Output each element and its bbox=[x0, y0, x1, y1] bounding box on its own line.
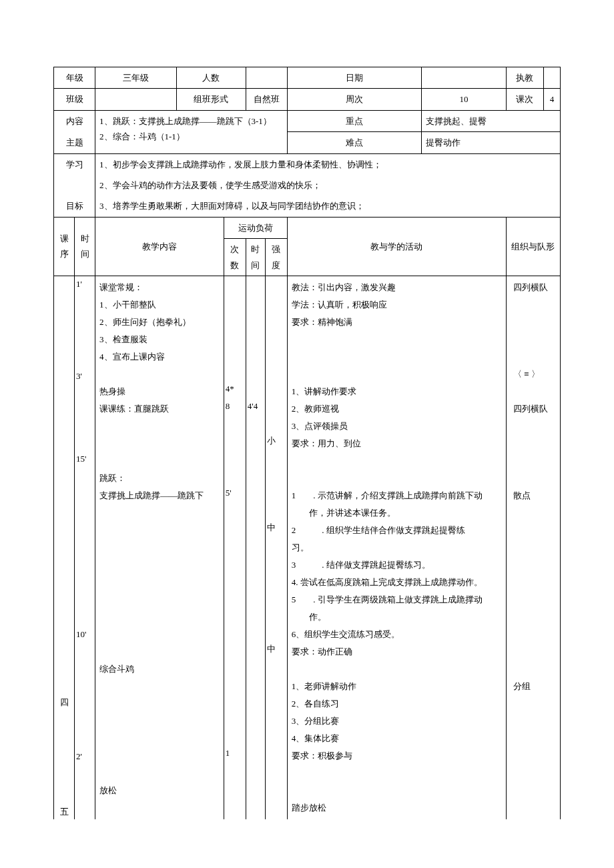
seq-col: 四 五 bbox=[54, 276, 75, 819]
objective-line3: 3、培养学生勇敢果断，大胆面对障碍，以及与同学团结协作的意识； bbox=[95, 195, 561, 217]
activity-col: 教法：引出内容，激发兴趣 学法：认真听，积极响应 要求：精神饱满 1、讲解动作要… bbox=[287, 276, 506, 819]
seq-4: 四 bbox=[55, 695, 73, 710]
headcount-value bbox=[246, 67, 287, 89]
time-2: 2' bbox=[76, 749, 93, 764]
teaching-content-col: 课堂常规： 1、小干部整队 2、师生问好（抱拳礼） 3、检查服装 4、宣布上课内… bbox=[95, 276, 224, 819]
date-value bbox=[422, 67, 507, 89]
content-label-2: 主题 bbox=[54, 132, 95, 153]
lesson-plan-table: 年级 三年级 人数 日期 执教 班级 组班形式 自然班 周次 10 课次 4 内… bbox=[53, 67, 561, 819]
duration-col: 4'4 bbox=[246, 276, 265, 819]
content-text-line1: 1、跳跃：支撑挑上成跪撑——跪跳下（3-1） bbox=[99, 113, 283, 129]
class-value bbox=[95, 89, 177, 110]
difficulty-value: 提臀动作 bbox=[422, 132, 561, 153]
time-1: 1' bbox=[76, 276, 93, 292]
tablehead-row-1: 课序 时间 教学内容 运动负荷 教与学的活动 组织与队形 bbox=[54, 217, 561, 238]
objective-line2: 2、学会斗鸡的动作方法及要领，使学生感受游戏的快乐； bbox=[95, 175, 561, 195]
objective-row-1: 学习 1、初步学会支撑跳上成跪撑动作，发展上肢力量和身体柔韧性、协调性； bbox=[54, 153, 561, 175]
times-col: 4* 8 5' 1 bbox=[224, 276, 246, 819]
classform-label: 组班形式 bbox=[176, 89, 246, 110]
objective-line1: 1、初步学会支撑跳上成跪撑动作，发展上肢力量和身体柔韧性、协调性； bbox=[95, 153, 561, 175]
th-times: 次数 bbox=[224, 239, 246, 276]
time-3: 3' bbox=[76, 368, 93, 384]
body-row: 四 五 1' 3' 15' 10' 2' 课堂常规： 1、小干部整队 2、师生问… bbox=[54, 276, 561, 819]
time-15: 15' bbox=[76, 451, 93, 466]
objective-label-1: 学习 bbox=[54, 153, 95, 175]
th-formation: 组织与队形 bbox=[506, 217, 560, 276]
keypoint-value: 支撑挑起、提臀 bbox=[422, 110, 561, 131]
headcount-label: 人数 bbox=[176, 67, 246, 89]
teacher-label: 执教 bbox=[506, 67, 543, 89]
formation-col: 四列横队 〈 ≡ 〉 四列横队 散点 分组 bbox=[506, 276, 560, 819]
header-row-2: 班级 组班形式 自然班 周次 10 课次 4 bbox=[54, 89, 561, 110]
classform-value: 自然班 bbox=[246, 89, 287, 110]
th-time: 时间 bbox=[75, 217, 95, 276]
content-text-line2: 2、综合：斗鸡（1-1） bbox=[99, 129, 283, 144]
lesson-label: 课次 bbox=[506, 89, 543, 110]
th-teaching-content: 教学内容 bbox=[95, 217, 224, 276]
date-label: 日期 bbox=[287, 67, 421, 89]
th-intensity: 强度 bbox=[265, 239, 287, 276]
week-label: 周次 bbox=[287, 89, 421, 110]
intensity-col: 小 中 中 bbox=[265, 276, 287, 819]
objective-row-3: 目标 3、培养学生勇敢果断，大胆面对障碍，以及与同学团结协作的意识； bbox=[54, 195, 561, 217]
difficulty-label: 难点 bbox=[287, 132, 421, 153]
content-row-1: 内容 1、跳跃：支撑挑上成跪撑——跪跳下（3-1） 2、综合：斗鸡（1-1） 重… bbox=[54, 110, 561, 131]
teacher-value bbox=[544, 67, 561, 89]
th-activity: 教与学的活动 bbox=[287, 217, 506, 276]
time-10: 10' bbox=[76, 626, 93, 642]
content-text: 1、跳跃：支撑挑上成跪撑——跪跳下（3-1） 2、综合：斗鸡（1-1） bbox=[95, 110, 288, 153]
keypoint-label: 重点 bbox=[287, 110, 421, 131]
content-label-1: 内容 bbox=[54, 110, 95, 131]
lesson-value: 4 bbox=[544, 89, 561, 110]
th-seq: 课序 bbox=[54, 217, 75, 276]
th-load: 运动负荷 bbox=[224, 217, 287, 238]
grade-value: 三年级 bbox=[95, 67, 177, 89]
header-row-1: 年级 三年级 人数 日期 执教 bbox=[54, 67, 561, 89]
seq-5: 五 bbox=[55, 804, 73, 819]
class-label: 班级 bbox=[54, 89, 95, 110]
th-duration: 时间 bbox=[246, 239, 265, 276]
objective-row-2: 2、学会斗鸡的动作方法及要领，使学生感受游戏的快乐； bbox=[54, 175, 561, 195]
grade-label: 年级 bbox=[54, 67, 95, 89]
time-col: 1' 3' 15' 10' 2' bbox=[75, 276, 95, 819]
objective-label-2: 目标 bbox=[54, 195, 95, 217]
week-value: 10 bbox=[422, 89, 507, 110]
